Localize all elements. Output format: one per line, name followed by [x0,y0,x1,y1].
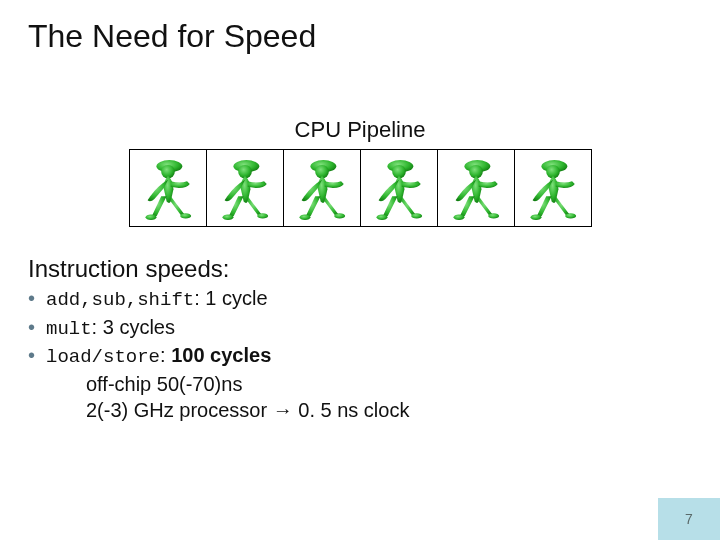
subline: off-chip 50(-70)ns [46,371,720,397]
instruction-cycles: : 3 cycles [92,316,175,338]
list-item: add,sub,shift: 1 cycle [28,285,720,314]
instruction-names: add,sub,shift [46,289,194,311]
pipeline-stage [283,149,361,227]
pipeline-stage [360,149,438,227]
svg-point-18 [453,215,464,220]
svg-point-23 [565,213,576,218]
svg-point-11 [334,213,345,218]
pipeline-stage [129,149,207,227]
ampelmann-walk-icon [365,154,433,222]
pipeline-subtitle: CPU Pipeline [0,117,720,143]
svg-point-7 [257,213,268,218]
ampelmann-walk-icon [134,154,202,222]
svg-point-15 [411,213,422,218]
svg-point-22 [530,215,541,220]
page-title: The Need for Speed [0,0,720,55]
pipeline-stage [514,149,592,227]
svg-point-6 [222,215,233,220]
instruction-names: load/store [46,346,160,368]
instruction-speeds-heading: Instruction speeds: [0,255,720,283]
page-number: 7 [658,498,720,540]
instruction-cycles: 100 cycles [171,344,271,366]
instruction-names: mult [46,318,92,340]
pipeline-stage [206,149,284,227]
svg-point-10 [299,215,310,220]
ampelmann-walk-icon [211,154,279,222]
ampelmann-walk-icon [288,154,356,222]
list-item: load/store: 100 cycles off-chip 50(-70)n… [28,342,720,423]
svg-point-2 [145,215,156,220]
ampelmann-walk-icon [519,154,587,222]
svg-point-3 [180,213,191,218]
instruction-cycles-prefix: : [160,344,171,366]
subline: 2(-3) GHz processor → 0. 5 ns clock [46,397,720,423]
ampelmann-walk-icon [442,154,510,222]
svg-point-19 [488,213,499,218]
instruction-cycles: : 1 cycle [194,287,267,309]
pipeline-stage [437,149,515,227]
instruction-speeds-list: add,sub,shift: 1 cycle mult: 3 cycles lo… [0,285,720,423]
pipeline-row [0,149,720,227]
list-item: mult: 3 cycles [28,314,720,343]
svg-point-14 [376,215,387,220]
